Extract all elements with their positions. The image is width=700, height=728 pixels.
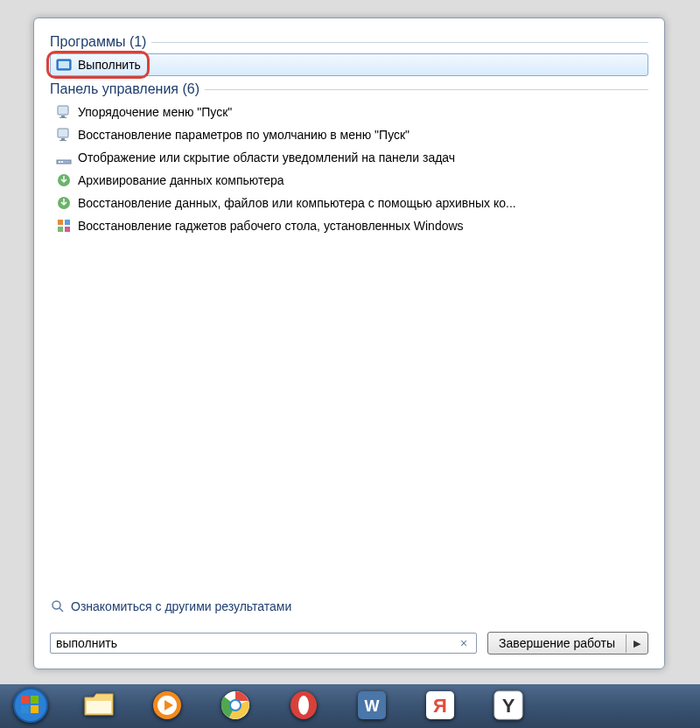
svg-rect-6	[61, 138, 65, 140]
section-title: Панель управления (6)	[50, 81, 200, 97]
svg-rect-10	[61, 161, 63, 163]
more-results-link[interactable]: Ознакомиться с другими результатами	[50, 598, 648, 614]
backup-icon	[55, 194, 73, 212]
screen-icon	[55, 126, 73, 144]
svg-rect-14	[65, 220, 70, 225]
svg-text:Y: Y	[502, 695, 515, 717]
svg-rect-24	[31, 705, 38, 713]
svg-rect-3	[61, 116, 65, 117]
folder-icon	[83, 692, 115, 721]
taskbar-item-explorer[interactable]	[74, 689, 124, 724]
result-item-cp-5[interactable]: Восстановление гаджетов рабочего стола, …	[50, 214, 648, 237]
shutdown-label[interactable]: Завершение работы	[488, 633, 626, 654]
svg-rect-25	[87, 701, 111, 713]
svg-rect-15	[58, 227, 63, 232]
section-divider	[205, 89, 648, 90]
clear-search-button[interactable]: ×	[457, 636, 471, 650]
search-input[interactable]	[56, 636, 457, 650]
taskbar-item-media-player[interactable]	[142, 689, 192, 724]
taskbar-item-start-button[interactable]	[5, 689, 56, 724]
gadget-icon	[55, 217, 73, 234]
bar-icon	[55, 149, 73, 166]
taskbar: WЯY	[0, 684, 700, 728]
result-item-cp-4[interactable]: Восстановление данных, файлов или компью…	[50, 192, 648, 214]
section-header-control-panel: Панель управления (6)	[50, 81, 648, 97]
shutdown-button[interactable]: Завершение работы ▶	[487, 632, 648, 654]
taskbar-item-vk[interactable]: W	[346, 689, 397, 724]
result-label: Выполнить	[78, 58, 141, 72]
bottom-bar: × Завершение работы ▶	[34, 623, 664, 668]
result-item-cp-2[interactable]: Отображение или скрытие области уведомле…	[50, 146, 648, 169]
backup-icon	[55, 172, 73, 189]
svg-line-18	[60, 608, 63, 612]
svg-text:W: W	[365, 697, 380, 715]
chrome-icon	[220, 690, 250, 723]
screen-icon	[55, 103, 73, 121]
more-results-label: Ознакомиться с другими результатами	[71, 599, 291, 613]
section-divider	[151, 42, 648, 43]
shutdown-options-arrow[interactable]: ▶	[626, 634, 648, 653]
result-label: Восстановление данных, файлов или компью…	[78, 196, 516, 210]
taskbar-item-chrome[interactable]	[210, 689, 261, 724]
search-results-area: Программы (1) Выполнить Панель управлени…	[34, 18, 664, 588]
svg-point-33	[298, 696, 309, 715]
search-icon	[50, 598, 66, 614]
svg-point-31	[231, 701, 240, 710]
result-label: Упорядочение меню "Пуск"	[78, 105, 232, 119]
svg-rect-13	[58, 220, 63, 225]
start-menu-panel: Программы (1) Выполнить Панель управлени…	[33, 18, 665, 669]
section-header-programs: Программы (1)	[50, 34, 648, 50]
svg-rect-16	[65, 227, 70, 232]
svg-rect-21	[21, 696, 29, 704]
red-highlight-box: Выполнить	[46, 51, 150, 79]
wmp-icon	[152, 690, 182, 723]
result-item-cp-0[interactable]: Упорядочение меню "Пуск"	[50, 101, 648, 123]
svg-rect-23	[21, 705, 29, 713]
result-item-run[interactable]: Выполнить	[50, 53, 648, 76]
svg-rect-9	[59, 161, 60, 163]
result-label: Восстановление параметров по умолчанию в…	[78, 128, 410, 142]
result-item-cp-3[interactable]: Архивирование данных компьютера	[50, 169, 648, 192]
result-label: Архивирование данных компьютера	[78, 173, 284, 187]
ya-red-icon: Я	[425, 690, 455, 723]
taskbar-item-yandex-browser[interactable]: Y	[483, 689, 534, 724]
svg-rect-5	[58, 129, 68, 137]
taskbar-item-yandex-app[interactable]: Я	[415, 689, 466, 724]
svg-rect-22	[31, 696, 38, 704]
svg-point-17	[52, 601, 60, 609]
windows-orb-icon	[12, 687, 49, 726]
opera-icon	[289, 690, 318, 723]
svg-rect-1	[59, 61, 69, 68]
ya-y-icon: Y	[494, 690, 523, 723]
vk-icon: W	[357, 690, 387, 723]
result-label: Восстановление гаджетов рабочего стола, …	[78, 219, 464, 233]
result-item-cp-1[interactable]: Восстановление параметров по умолчанию в…	[50, 123, 648, 146]
svg-rect-4	[60, 117, 66, 118]
section-title: Программы (1)	[50, 34, 146, 50]
svg-text:Я: Я	[433, 695, 447, 717]
taskbar-item-opera[interactable]	[278, 689, 329, 724]
svg-rect-2	[58, 106, 68, 115]
run-icon	[55, 56, 73, 74]
search-box[interactable]: ×	[50, 633, 477, 654]
result-label: Отображение или скрытие области уведомле…	[78, 150, 455, 164]
svg-rect-7	[60, 140, 66, 141]
